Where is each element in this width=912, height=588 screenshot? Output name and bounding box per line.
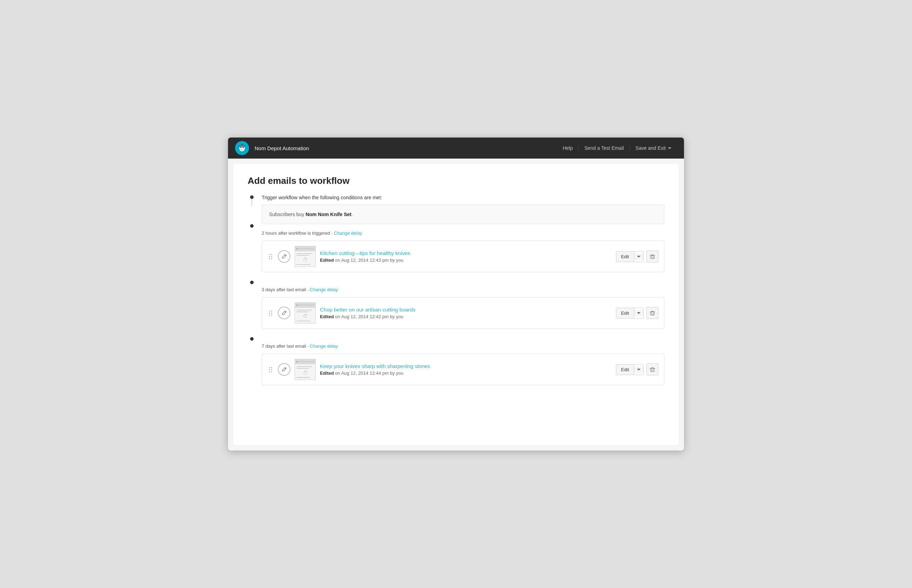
step-delay-1: 3 days after last email · Change delay [261, 287, 664, 292]
thumb-clock-2: ⏱ [296, 370, 314, 376]
edit-button-label-0[interactable]: Edit [616, 252, 634, 262]
edit-button-label-1[interactable]: Edit [616, 308, 634, 318]
app-logo [235, 141, 249, 155]
workflow-bullet-col-0 [248, 224, 256, 228]
save-exit-button[interactable]: Save and Exit [630, 145, 677, 151]
delete-button-1[interactable] [646, 307, 659, 319]
drag-dot-0-0 [269, 254, 270, 255]
trash-icon-2 [650, 367, 655, 372]
drag-dot-row-top-2 [269, 367, 272, 368]
drag-dot-2-2 [269, 369, 270, 370]
thumb-line-long-1 [299, 305, 314, 305]
drag-dot-row-top-1 [269, 310, 272, 312]
email-card-1: ⏱ Chop better on our artisan cutting boa… [261, 297, 664, 329]
drag-dot-row-bot-2 [269, 371, 272, 372]
drag-dot-1-0 [269, 310, 270, 312]
thumb-line-3-0 [296, 264, 310, 265]
drag-dot-1-3 [271, 313, 272, 313]
logo-icon [237, 144, 247, 153]
email-meta-1: Edited on Aug 12, 2014 12:42 pm by you [320, 314, 612, 319]
edit-button-0[interactable]: Edit [616, 251, 644, 262]
trigger-card: Subscribers buy Nom Nom Knife Set. [261, 205, 664, 224]
drag-dot-1-2 [269, 313, 270, 313]
workflow-bullet-2 [250, 337, 253, 341]
edit-button-arrow-2[interactable] [634, 366, 643, 373]
card-actions-1: Edit [616, 307, 659, 319]
email-name-1[interactable]: Chop better on our artisan cutting board… [320, 307, 612, 313]
trigger-bullet [250, 195, 253, 199]
email-info-1: Chop better on our artisan cutting board… [320, 307, 612, 319]
drag-dot-row-mid-0 [269, 256, 272, 257]
thumb-line-long-0 [299, 248, 314, 249]
svg-point-4 [240, 144, 244, 147]
step-wrapper-2: 7 days after last email · Change delay [261, 337, 664, 394]
pencil-icon-2 [278, 363, 291, 376]
thumb-line-2-2 [296, 368, 309, 369]
thumb-header-0 [295, 246, 315, 251]
trigger-bullet-col [248, 195, 256, 206]
workflow-area: 2 hours after workflow is triggered · Ch… [248, 224, 664, 394]
workflow-row-1: 3 days after last email · Change delay [248, 281, 664, 337]
navbar: Nom Depot Automation Help Send a Test Em… [228, 137, 684, 158]
thumb-line-1-2 [296, 366, 312, 367]
email-thumbnail-2: ⏱ [295, 359, 316, 380]
main-content: Add emails to workflow Trigger workflow … [234, 164, 678, 445]
edit-button-2[interactable]: Edit [616, 364, 644, 375]
drag-dot-2-0 [269, 367, 270, 368]
change-delay-link-0[interactable]: Change delay [334, 231, 362, 236]
delete-button-2[interactable] [646, 363, 659, 375]
thumb-dot-2 [296, 361, 298, 362]
thumb-body-0: ⏱ [295, 251, 315, 267]
help-link[interactable]: Help [557, 145, 579, 151]
delete-button-0[interactable] [646, 250, 659, 262]
trash-icon-0 [650, 254, 655, 259]
svg-rect-6 [651, 312, 654, 315]
drag-dot-2-5 [271, 371, 272, 372]
change-delay-link-1[interactable]: Change delay [310, 287, 338, 292]
drag-dot-0-2 [269, 256, 270, 257]
drag-dot-1-5 [271, 315, 272, 316]
drag-dot-2-4 [269, 371, 270, 372]
email-name-2[interactable]: Keep your knives sharp with sharpening s… [320, 363, 612, 369]
change-delay-link-2[interactable]: Change delay [310, 344, 338, 349]
email-info-2: Keep your knives sharp with sharpening s… [320, 363, 612, 376]
email-name-0[interactable]: Kitchen cutting—tips for healthy knives [320, 250, 612, 256]
edit-chevron-icon-1 [637, 312, 641, 314]
step-delay-2: 7 days after last email · Change delay [261, 344, 664, 349]
thumb-line-2-1 [296, 312, 309, 312]
trigger-line [252, 199, 252, 206]
page-title: Add emails to workflow [248, 175, 664, 186]
drag-dot-1-1 [271, 310, 272, 312]
svg-rect-7 [651, 368, 654, 372]
trash-icon-1 [650, 310, 655, 316]
drag-dot-row-mid-2 [269, 369, 272, 370]
clock-icon-0: ⏱ [303, 257, 308, 262]
thumb-body-2: ⏱ [295, 364, 315, 380]
drag-dot-0-1 [271, 254, 272, 255]
drag-dot-row-bot-0 [269, 258, 272, 259]
card-actions-2: Edit [616, 363, 659, 375]
step-wrapper-1: 3 days after last email · Change delay [261, 281, 664, 337]
edit-button-arrow-0[interactable] [634, 253, 643, 260]
thumb-line-1-0 [296, 253, 312, 254]
edit-button-arrow-1[interactable] [634, 310, 643, 317]
app-window: Nom Depot Automation Help Send a Test Em… [228, 137, 684, 451]
drag-dot-row-top-0 [269, 254, 272, 255]
save-exit-chevron-icon [668, 147, 671, 149]
svg-point-3 [241, 149, 244, 150]
workflow-row-0: 2 hours after workflow is triggered · Ch… [248, 224, 664, 281]
drag-handle-0[interactable] [268, 253, 274, 261]
drag-dot-0-3 [271, 256, 272, 257]
drag-dot-0-5 [271, 258, 272, 259]
edit-button-1[interactable]: Edit [616, 308, 644, 318]
drag-handle-2[interactable] [268, 365, 274, 374]
edit-button-label-2[interactable]: Edit [616, 365, 634, 375]
thumb-dot-1 [296, 305, 298, 306]
clock-icon-1: ⏱ [303, 313, 308, 319]
thumb-line-2-0 [296, 255, 309, 256]
trigger-card-text: Subscribers buy Nom Nom Knife Set. [269, 212, 353, 217]
drag-handle-1[interactable] [268, 309, 274, 317]
thumb-body-1: ⏱ [295, 308, 315, 323]
test-email-link[interactable]: Send a Test Email [579, 145, 630, 151]
email-meta-2: Edited on Aug 12, 2014 12:44 pm by you [320, 370, 612, 376]
